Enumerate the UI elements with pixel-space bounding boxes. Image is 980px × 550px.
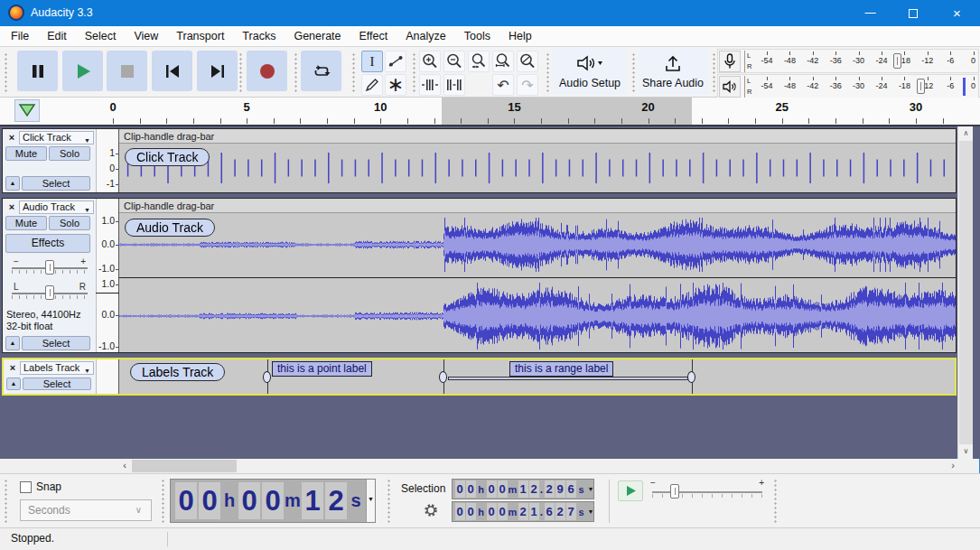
speaker-icon[interactable] bbox=[719, 76, 741, 98]
close-track-button[interactable]: × bbox=[5, 200, 18, 213]
speed-slider-handle[interactable] bbox=[670, 484, 679, 499]
range-label-bar[interactable] bbox=[448, 377, 688, 380]
scroll-left-arrow[interactable]: ‹ bbox=[118, 459, 131, 473]
audio-setup-button[interactable]: Audio Setup bbox=[553, 48, 627, 95]
audio-waveform-left[interactable] bbox=[119, 214, 956, 277]
gripper[interactable] bbox=[387, 479, 392, 524]
time-digit[interactable]: 0 bbox=[199, 482, 220, 519]
gripper[interactable] bbox=[4, 52, 9, 92]
play-button[interactable] bbox=[62, 51, 103, 91]
range-label-end-handle[interactable] bbox=[687, 371, 695, 383]
collapse-track-button[interactable]: ▲ bbox=[6, 378, 21, 390]
zoom-selection-button[interactable] bbox=[468, 51, 490, 72]
gripper[interactable] bbox=[161, 479, 166, 524]
menu-select[interactable]: Select bbox=[76, 26, 126, 47]
gripper[interactable] bbox=[546, 52, 551, 92]
selection-tool-button[interactable]: I bbox=[361, 51, 383, 72]
vertical-scrollbar[interactable]: ∧ ∨ bbox=[957, 126, 973, 459]
recording-meter[interactable]: LR -54-48-42-36-30-24-18-12-60 bbox=[717, 49, 979, 73]
gain-slider[interactable]: − + bbox=[10, 256, 89, 276]
pause-button[interactable] bbox=[17, 51, 58, 91]
menu-view[interactable]: View bbox=[125, 26, 167, 47]
time-digit[interactable]: 2 bbox=[529, 480, 539, 498]
audio-waveform-right[interactable] bbox=[119, 278, 956, 352]
selection-end-dropdown[interactable]: ▼ bbox=[585, 508, 596, 515]
audio-track-vertical-ruler[interactable]: 1.0 0.0 -1.0 1.0 0.0 -1.0 bbox=[96, 199, 119, 352]
menu-generate[interactable]: Generate bbox=[285, 26, 350, 47]
mute-button[interactable]: Mute bbox=[5, 216, 47, 230]
time-digit[interactable]: 0 bbox=[455, 503, 465, 520]
gripper[interactable] bbox=[4, 479, 9, 524]
gain-slider-handle[interactable] bbox=[45, 260, 54, 275]
audio-track-panel[interactable]: × ▼Audio Track Mute Solo Effects − + L R bbox=[3, 199, 96, 352]
clip-name-badge[interactable]: Audio Track bbox=[125, 219, 215, 237]
share-audio-button[interactable]: Share Audio bbox=[638, 48, 708, 95]
zoom-in-button[interactable] bbox=[419, 51, 441, 72]
snap-checkbox[interactable] bbox=[20, 481, 32, 493]
time-digit[interactable]: 0 bbox=[498, 503, 508, 520]
multi-tool-button[interactable]: ∗ bbox=[385, 74, 406, 96]
click-track-content[interactable]: Clip-handle drag-bar Click Track bbox=[119, 129, 956, 192]
time-format-dropdown[interactable]: ▼ bbox=[366, 480, 375, 522]
click-track-panel[interactable]: × ▼Click Track Mute Solo ▲ Select bbox=[3, 129, 96, 192]
gripper[interactable] bbox=[412, 52, 417, 92]
undo-button[interactable]: ↶ bbox=[492, 74, 514, 96]
time-digit[interactable]: 0 bbox=[466, 480, 476, 498]
time-digit[interactable]: 2 bbox=[518, 503, 528, 520]
click-track-title[interactable]: ▼Click Track bbox=[19, 131, 94, 144]
audio-track-title[interactable]: ▼Audio Track bbox=[19, 200, 94, 214]
time-digit[interactable]: . bbox=[539, 506, 544, 518]
close-track-button[interactable]: × bbox=[6, 361, 19, 374]
range-label-text[interactable]: this is a range label bbox=[509, 361, 613, 377]
collapse-track-button[interactable]: ▲ bbox=[5, 176, 20, 191]
scroll-down-arrow[interactable]: ∨ bbox=[958, 444, 974, 459]
clip-handle-drag-bar[interactable]: Clip-handle drag-bar bbox=[119, 129, 956, 144]
playback-volume-slider[interactable] bbox=[917, 79, 925, 94]
gripper[interactable] bbox=[773, 479, 779, 524]
audio-track-content[interactable]: Clip-handle drag-bar Audio Track bbox=[119, 199, 956, 352]
selection-settings-gear-icon[interactable] bbox=[423, 502, 439, 518]
recording-volume-slider[interactable] bbox=[893, 53, 901, 69]
labels-track-panel[interactable]: × ▼Labels Track ▲ Select bbox=[4, 359, 96, 394]
click-track-waveform[interactable] bbox=[119, 144, 956, 192]
selection-start-field[interactable]: 00h00m12.296s bbox=[452, 479, 594, 499]
menu-file[interactable]: File bbox=[2, 26, 38, 47]
solo-button[interactable]: Solo bbox=[49, 216, 90, 230]
time-digit[interactable]: 0 bbox=[238, 482, 260, 519]
menu-effect[interactable]: Effect bbox=[350, 26, 397, 47]
vertical-scroll-thumb[interactable] bbox=[959, 141, 973, 444]
menu-transport[interactable]: Transport bbox=[167, 26, 233, 47]
stop-button[interactable] bbox=[107, 51, 147, 91]
select-track-button[interactable]: Select bbox=[22, 176, 90, 191]
collapse-track-button[interactable]: ▲ bbox=[5, 336, 20, 350]
minimize-button[interactable]: — bbox=[849, 0, 891, 26]
mute-button[interactable]: Mute bbox=[5, 146, 47, 161]
time-digit[interactable]: 0 bbox=[487, 480, 497, 498]
selection-start-dropdown[interactable]: ▼ bbox=[585, 486, 596, 492]
redo-button[interactable]: ↷ bbox=[517, 74, 538, 96]
time-digit[interactable]: 0 bbox=[262, 482, 284, 519]
horizontal-scroll-thumb[interactable] bbox=[132, 460, 237, 472]
timeline-ruler[interactable]: 051015202530 bbox=[0, 98, 980, 126]
time-digit[interactable]: 0 bbox=[466, 503, 476, 520]
envelope-tool-button[interactable] bbox=[385, 51, 406, 72]
labels-track-content[interactable]: Labels Track this is a point label this … bbox=[119, 359, 955, 394]
play-at-speed-button[interactable] bbox=[618, 480, 643, 501]
clip-name-badge[interactable]: Labels Track bbox=[130, 363, 225, 381]
skip-to-end-button[interactable] bbox=[197, 51, 238, 91]
select-track-button[interactable]: Select bbox=[22, 336, 90, 350]
time-digit[interactable]: 0 bbox=[175, 482, 197, 519]
menu-tracks[interactable]: Tracks bbox=[233, 26, 285, 47]
trim-audio-button[interactable] bbox=[419, 74, 441, 96]
draw-tool-button[interactable] bbox=[361, 74, 383, 96]
silence-audio-button[interactable] bbox=[443, 74, 465, 96]
time-digit[interactable]: 7 bbox=[566, 503, 576, 520]
zoom-out-button[interactable] bbox=[443, 51, 465, 72]
time-digit[interactable]: 1 bbox=[302, 482, 323, 519]
close-button[interactable]: × bbox=[934, 0, 980, 26]
microphone-icon[interactable] bbox=[719, 51, 741, 72]
time-digit[interactable]: 2 bbox=[325, 482, 347, 519]
menu-edit[interactable]: Edit bbox=[38, 26, 76, 47]
time-digit[interactable]: 0 bbox=[455, 480, 465, 498]
menu-analyze[interactable]: Analyze bbox=[397, 26, 454, 47]
